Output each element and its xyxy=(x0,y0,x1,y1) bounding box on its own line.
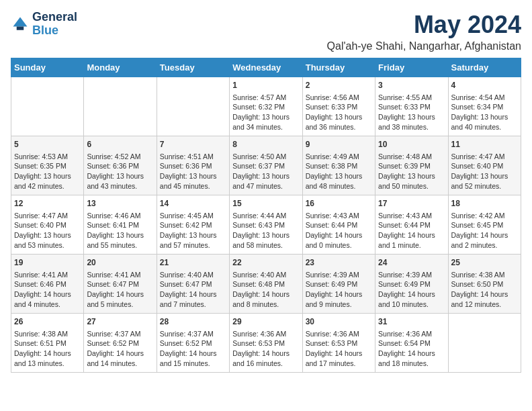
weekday-header-monday: Monday xyxy=(84,58,157,77)
calendar-cell: 11Sunrise: 4:47 AM Sunset: 6:40 PM Dayli… xyxy=(448,136,521,195)
logo-text-general: General xyxy=(32,11,77,24)
day-info: Sunrise: 4:52 AM Sunset: 6:36 PM Dayligh… xyxy=(87,152,153,191)
calendar-cell: 26Sunrise: 4:38 AM Sunset: 6:51 PM Dayli… xyxy=(11,314,84,373)
calendar-cell: 3Sunrise: 4:55 AM Sunset: 6:33 PM Daylig… xyxy=(375,77,448,136)
day-info: Sunrise: 4:40 AM Sunset: 6:48 PM Dayligh… xyxy=(232,270,299,310)
day-info: Sunrise: 4:38 AM Sunset: 6:50 PM Dayligh… xyxy=(451,270,518,310)
calendar-cell: 20Sunrise: 4:41 AM Sunset: 6:47 PM Dayli… xyxy=(84,255,157,314)
day-info: Sunrise: 4:47 AM Sunset: 6:40 PM Dayligh… xyxy=(14,211,81,250)
day-info: Sunrise: 4:36 AM Sunset: 6:53 PM Dayligh… xyxy=(306,329,372,369)
calendar-cell: 2Sunrise: 4:56 AM Sunset: 6:33 PM Daylig… xyxy=(302,77,375,136)
day-number: 6 xyxy=(87,139,153,150)
calendar-cell: 17Sunrise: 4:43 AM Sunset: 6:44 PM Dayli… xyxy=(375,195,448,255)
weekday-header-saturday: Saturday xyxy=(448,58,521,77)
day-info: Sunrise: 4:49 AM Sunset: 6:38 PM Dayligh… xyxy=(306,152,372,191)
calendar-cell: 15Sunrise: 4:44 AM Sunset: 6:43 PM Dayli… xyxy=(230,195,302,255)
title-block: May 2024 Qal'ah-ye Shahi, Nangarhar, Afg… xyxy=(327,11,521,52)
calendar-cell: 7Sunrise: 4:51 AM Sunset: 6:36 PM Daylig… xyxy=(157,136,229,195)
page-header: General Blue May 2024 Qal'ah-ye Shahi, N… xyxy=(11,11,521,52)
day-number: 5 xyxy=(14,139,81,150)
calendar-cell xyxy=(84,77,157,136)
calendar-cell: 29Sunrise: 4:36 AM Sunset: 6:53 PM Dayli… xyxy=(230,314,302,373)
day-info: Sunrise: 4:50 AM Sunset: 6:37 PM Dayligh… xyxy=(232,152,299,191)
day-info: Sunrise: 4:40 AM Sunset: 6:47 PM Dayligh… xyxy=(160,270,226,310)
calendar-cell: 28Sunrise: 4:37 AM Sunset: 6:52 PM Dayli… xyxy=(157,314,229,373)
logo-icon xyxy=(11,15,30,34)
day-number: 11 xyxy=(451,139,518,150)
calendar-week-row: 12Sunrise: 4:47 AM Sunset: 6:40 PM Dayli… xyxy=(11,195,521,255)
calendar-week-row: 5Sunrise: 4:53 AM Sunset: 6:35 PM Daylig… xyxy=(11,136,521,195)
calendar-cell: 21Sunrise: 4:40 AM Sunset: 6:47 PM Dayli… xyxy=(157,255,229,314)
day-info: Sunrise: 4:43 AM Sunset: 6:44 PM Dayligh… xyxy=(378,211,445,250)
calendar-week-row: 19Sunrise: 4:41 AM Sunset: 6:46 PM Dayli… xyxy=(11,255,521,314)
calendar-week-row: 26Sunrise: 4:38 AM Sunset: 6:51 PM Dayli… xyxy=(11,314,521,373)
day-info: Sunrise: 4:55 AM Sunset: 6:33 PM Dayligh… xyxy=(378,93,445,132)
day-number: 21 xyxy=(160,257,226,269)
weekday-header-thursday: Thursday xyxy=(302,58,375,77)
day-info: Sunrise: 4:41 AM Sunset: 6:46 PM Dayligh… xyxy=(14,270,81,310)
day-number: 26 xyxy=(14,316,81,328)
calendar-cell: 24Sunrise: 4:39 AM Sunset: 6:49 PM Dayli… xyxy=(375,255,448,314)
day-info: Sunrise: 4:46 AM Sunset: 6:41 PM Dayligh… xyxy=(87,211,153,250)
weekday-header-row: SundayMondayTuesdayWednesdayThursdayFrid… xyxy=(11,58,521,77)
location-title: Qal'ah-ye Shahi, Nangarhar, Afghanistan xyxy=(327,40,521,52)
calendar-cell: 19Sunrise: 4:41 AM Sunset: 6:46 PM Dayli… xyxy=(11,255,84,314)
day-number: 18 xyxy=(451,198,518,210)
weekday-header-friday: Friday xyxy=(375,58,448,77)
day-info: Sunrise: 4:36 AM Sunset: 6:54 PM Dayligh… xyxy=(378,329,445,369)
calendar-cell: 16Sunrise: 4:43 AM Sunset: 6:44 PM Dayli… xyxy=(302,195,375,255)
day-info: Sunrise: 4:44 AM Sunset: 6:43 PM Dayligh… xyxy=(232,211,299,250)
calendar-cell: 27Sunrise: 4:37 AM Sunset: 6:52 PM Dayli… xyxy=(84,314,157,373)
calendar-cell: 9Sunrise: 4:49 AM Sunset: 6:38 PM Daylig… xyxy=(302,136,375,195)
calendar-cell: 10Sunrise: 4:48 AM Sunset: 6:39 PM Dayli… xyxy=(375,136,448,195)
calendar-week-row: 1Sunrise: 4:57 AM Sunset: 6:32 PM Daylig… xyxy=(11,77,521,136)
logo-text-blue: Blue xyxy=(32,24,77,38)
day-number: 9 xyxy=(306,139,372,150)
calendar-cell: 22Sunrise: 4:40 AM Sunset: 6:48 PM Dayli… xyxy=(230,255,302,314)
calendar-cell: 1Sunrise: 4:57 AM Sunset: 6:32 PM Daylig… xyxy=(230,77,302,136)
day-number: 20 xyxy=(87,257,153,269)
day-number: 7 xyxy=(160,139,226,150)
day-info: Sunrise: 4:45 AM Sunset: 6:42 PM Dayligh… xyxy=(160,211,226,250)
day-info: Sunrise: 4:53 AM Sunset: 6:35 PM Dayligh… xyxy=(14,152,81,191)
day-number: 22 xyxy=(232,257,299,269)
svg-rect-1 xyxy=(17,26,24,30)
day-info: Sunrise: 4:51 AM Sunset: 6:36 PM Dayligh… xyxy=(160,152,226,191)
logo: General Blue xyxy=(11,11,77,38)
day-info: Sunrise: 4:56 AM Sunset: 6:33 PM Dayligh… xyxy=(306,93,372,132)
calendar-cell: 12Sunrise: 4:47 AM Sunset: 6:40 PM Dayli… xyxy=(11,195,84,255)
day-number: 4 xyxy=(451,80,518,91)
day-number: 2 xyxy=(306,80,372,91)
day-number: 24 xyxy=(378,257,445,269)
day-number: 13 xyxy=(87,198,153,210)
calendar-cell: 13Sunrise: 4:46 AM Sunset: 6:41 PM Dayli… xyxy=(84,195,157,255)
day-info: Sunrise: 4:39 AM Sunset: 6:49 PM Dayligh… xyxy=(378,270,445,310)
day-info: Sunrise: 4:48 AM Sunset: 6:39 PM Dayligh… xyxy=(378,152,445,191)
day-info: Sunrise: 4:42 AM Sunset: 6:45 PM Dayligh… xyxy=(451,211,518,250)
day-number: 17 xyxy=(378,198,445,210)
svg-marker-0 xyxy=(13,17,28,26)
calendar-cell: 31Sunrise: 4:36 AM Sunset: 6:54 PM Dayli… xyxy=(375,314,448,373)
day-info: Sunrise: 4:36 AM Sunset: 6:53 PM Dayligh… xyxy=(232,329,299,369)
weekday-header-sunday: Sunday xyxy=(11,58,84,77)
day-info: Sunrise: 4:37 AM Sunset: 6:52 PM Dayligh… xyxy=(160,329,226,369)
calendar-table: SundayMondayTuesdayWednesdayThursdayFrid… xyxy=(11,58,521,373)
day-number: 16 xyxy=(306,198,372,210)
day-info: Sunrise: 4:43 AM Sunset: 6:44 PM Dayligh… xyxy=(306,211,372,250)
day-number: 1 xyxy=(232,80,299,91)
day-number: 12 xyxy=(14,198,81,210)
calendar-cell xyxy=(157,77,229,136)
day-number: 28 xyxy=(160,316,226,328)
calendar-cell: 6Sunrise: 4:52 AM Sunset: 6:36 PM Daylig… xyxy=(84,136,157,195)
calendar-cell: 4Sunrise: 4:54 AM Sunset: 6:34 PM Daylig… xyxy=(448,77,521,136)
day-info: Sunrise: 4:37 AM Sunset: 6:52 PM Dayligh… xyxy=(87,329,153,369)
day-info: Sunrise: 4:38 AM Sunset: 6:51 PM Dayligh… xyxy=(14,329,81,369)
day-number: 23 xyxy=(306,257,372,269)
month-title: May 2024 xyxy=(327,11,521,39)
calendar-cell: 30Sunrise: 4:36 AM Sunset: 6:53 PM Dayli… xyxy=(302,314,375,373)
day-number: 10 xyxy=(378,139,445,150)
day-number: 3 xyxy=(378,80,445,91)
day-info: Sunrise: 4:39 AM Sunset: 6:49 PM Dayligh… xyxy=(306,270,372,310)
day-info: Sunrise: 4:57 AM Sunset: 6:32 PM Dayligh… xyxy=(232,93,299,132)
day-number: 31 xyxy=(378,316,445,328)
